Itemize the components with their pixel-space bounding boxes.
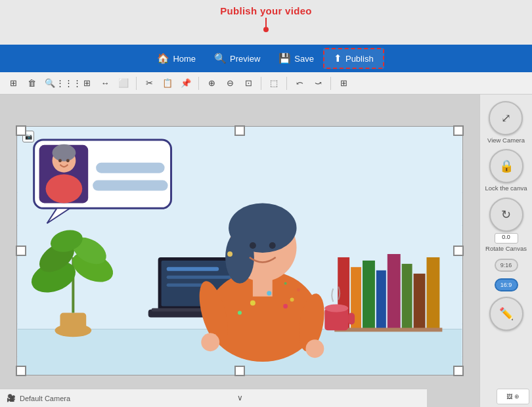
handle-tr[interactable] xyxy=(453,125,464,136)
edit-item: ✏️ xyxy=(489,297,523,331)
bottom-arrow-btn[interactable]: ∨ xyxy=(230,389,250,407)
annotation-arrow xyxy=(263,18,269,32)
publish-label: Publish xyxy=(345,54,374,64)
svg-rect-54 xyxy=(348,313,355,325)
ratio-916-item: 9:16 xyxy=(495,257,518,272)
publish-button[interactable]: ⬆ Publish xyxy=(323,48,384,69)
lock-canvas-label: Lock the canva xyxy=(485,184,527,192)
annotation-text: Publish your video xyxy=(220,5,312,16)
fit-btn[interactable]: ⊡ xyxy=(240,75,256,91)
rotate-canvas-label: Rotate Canvas xyxy=(485,245,527,252)
svg-rect-48 xyxy=(388,254,401,329)
ratio-169-label: 16:9 xyxy=(500,282,512,288)
rotate-value[interactable]: 0.0 xyxy=(495,233,518,244)
more-btn[interactable]: ⊞ xyxy=(336,75,351,91)
handle-br[interactable] xyxy=(453,366,464,376)
sep5 xyxy=(330,77,331,90)
svg-point-55 xyxy=(324,305,348,312)
handle-tm[interactable] xyxy=(234,125,245,136)
handle-tl[interactable] xyxy=(16,125,26,136)
paste-btn[interactable]: 📌 xyxy=(178,75,194,91)
sep1 xyxy=(136,77,137,90)
svg-point-17 xyxy=(58,159,62,162)
save-button[interactable]: 💾 Save xyxy=(269,49,323,68)
zoom-in-btn[interactable]: ⊕ xyxy=(204,75,219,91)
chevron-down-icon: ∨ xyxy=(237,393,243,402)
handle-mr[interactable] xyxy=(453,246,464,256)
svg-rect-52 xyxy=(334,328,442,332)
secondary-toolbar: ⊞ 🗑 🔍 ⋮⋮⋮ ⊞ ↔ ⬜ ✂ 📋 📌 ⊕ ⊖ ⊡ ⬚ ⤺ ⤻ ⊞ xyxy=(0,72,532,95)
svg-rect-4 xyxy=(60,313,86,332)
svg-rect-51 xyxy=(426,257,439,329)
ratio-169-item: 16:9 xyxy=(495,277,518,291)
flip-h-btn[interactable]: ↔ xyxy=(97,75,113,91)
svg-rect-46 xyxy=(363,261,375,329)
svg-rect-50 xyxy=(414,274,426,330)
svg-point-36 xyxy=(305,339,324,358)
svg-point-18 xyxy=(66,159,70,162)
save-icon: 💾 xyxy=(278,53,291,64)
canvas-frame[interactable]: 📷 xyxy=(16,126,463,375)
scene-illustration xyxy=(17,127,462,375)
preview-button[interactable]: 🔍 Preview xyxy=(205,49,269,68)
publish-icon: ⬆ xyxy=(334,53,342,64)
handle-bm[interactable] xyxy=(234,366,245,376)
svg-point-42 xyxy=(238,311,242,315)
svg-rect-19 xyxy=(96,163,164,173)
svg-point-37 xyxy=(250,242,256,249)
svg-point-16 xyxy=(46,175,83,204)
main-area: 📷 🎥 Default Camera ∨ ⤢ View Camera 🔒 Loc… xyxy=(0,95,532,407)
svg-rect-49 xyxy=(402,264,412,329)
view-camera-button[interactable]: ⤢ xyxy=(489,101,523,135)
rect-btn[interactable]: ⬜ xyxy=(116,75,131,91)
rotate-canvas-button[interactable]: ↻ xyxy=(489,198,523,232)
svg-rect-24 xyxy=(167,267,219,271)
svg-rect-20 xyxy=(93,181,167,191)
view-camera-label: View Camera xyxy=(487,137,525,144)
lock-icon: 🔒 xyxy=(499,159,514,173)
save-label: Save xyxy=(294,54,314,64)
lock-canvas-item: 🔒 Lock the canva xyxy=(485,149,527,192)
rotate-icon: ↻ xyxy=(501,207,511,222)
ratio-169-button[interactable]: 16:9 xyxy=(495,278,518,291)
svg-point-41 xyxy=(267,291,271,295)
handle-ml[interactable] xyxy=(16,246,26,256)
svg-point-56 xyxy=(290,298,294,302)
edit-button[interactable]: ✏️ xyxy=(489,297,523,331)
preview-icon: 🔍 xyxy=(214,53,227,64)
annotation-dot xyxy=(263,27,269,32)
view-camera-item: ⤢ View Camera xyxy=(487,101,525,144)
align-btn[interactable]: ⋮⋮⋮ xyxy=(60,75,76,91)
copy-btn[interactable]: 📋 xyxy=(160,75,175,91)
ratio-916-button[interactable]: 9:16 xyxy=(495,259,518,272)
sep2 xyxy=(198,77,199,90)
annotation-area: Publish your video xyxy=(0,0,532,45)
sep3 xyxy=(261,77,261,90)
grid-btn[interactable]: ⊞ xyxy=(5,75,21,91)
lock-canvas-button[interactable]: 🔒 xyxy=(489,149,523,183)
sep4 xyxy=(286,77,287,90)
cut-btn[interactable]: ✂ xyxy=(141,75,157,91)
svg-point-38 xyxy=(269,242,276,249)
svg-point-39 xyxy=(227,251,233,257)
svg-point-40 xyxy=(250,301,255,306)
delete-btn[interactable]: 🗑 xyxy=(24,75,39,91)
home-icon: 🏠 xyxy=(157,53,169,64)
zoom-out-btn[interactable]: ⊖ xyxy=(222,75,238,91)
ratio-916-label: 9:16 xyxy=(500,262,512,268)
undo-btn[interactable]: ⤺ xyxy=(292,75,307,91)
svg-point-43 xyxy=(283,304,288,309)
dup-btn[interactable]: ⬚ xyxy=(266,75,282,91)
arrange-btn[interactable]: ⊞ xyxy=(79,75,95,91)
canvas-area: 📷 🎥 Default Camera ∨ xyxy=(0,95,479,407)
home-button[interactable]: 🏠 Home xyxy=(148,49,205,68)
handle-bl[interactable] xyxy=(16,366,26,376)
view-camera-icon: ⤢ xyxy=(501,111,511,125)
edit-icon: ✏️ xyxy=(499,307,514,321)
main-toolbar: 🏠 Home 🔍 Preview 💾 Save ⬆ Publish xyxy=(0,45,532,72)
camera-label: Default Camera xyxy=(20,395,70,402)
bottom-right-tool[interactable]: 🖼 ⊕ xyxy=(497,389,529,404)
svg-point-58 xyxy=(284,282,287,285)
annotation-line xyxy=(265,18,267,27)
redo-btn[interactable]: ⤻ xyxy=(310,75,326,91)
